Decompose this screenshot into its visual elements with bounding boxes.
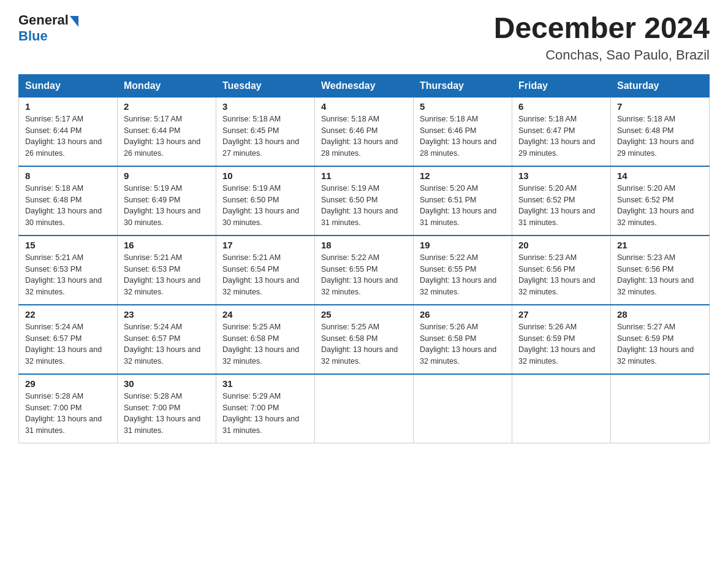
sunset-label: Sunset: 6:50 PM [222, 196, 279, 204]
calendar-cell: 11 Sunrise: 5:19 AM Sunset: 6:50 PM Dayl… [315, 166, 414, 236]
daylight-label: Daylight: 13 hours and 32 minutes. [518, 276, 595, 296]
sunset-label: Sunset: 6:47 PM [518, 126, 575, 135]
day-info: Sunrise: 5:23 AM Sunset: 6:56 PM Dayligh… [617, 252, 703, 298]
sunset-label: Sunset: 6:48 PM [25, 196, 82, 204]
daylight-label: Daylight: 13 hours and 32 minutes. [25, 345, 102, 366]
calendar-header-thursday: Thursday [414, 75, 512, 97]
sunset-label: Sunset: 6:44 PM [25, 126, 82, 135]
day-number: 8 [25, 170, 111, 181]
daylight-label: Daylight: 13 hours and 31 minutes. [222, 415, 299, 435]
calendar-cell: 23 Sunrise: 5:24 AM Sunset: 6:57 PM Dayl… [118, 305, 216, 374]
calendar-cell: 29 Sunrise: 5:28 AM Sunset: 7:00 PM Dayl… [19, 374, 118, 443]
logo-general-text: General [18, 12, 69, 28]
day-info: Sunrise: 5:22 AM Sunset: 6:55 PM Dayligh… [321, 252, 407, 298]
daylight-label: Daylight: 13 hours and 31 minutes. [124, 415, 200, 435]
calendar-cell: 15 Sunrise: 5:21 AM Sunset: 6:53 PM Dayl… [19, 236, 118, 305]
day-info: Sunrise: 5:26 AM Sunset: 6:59 PM Dayligh… [518, 321, 604, 367]
sunrise-label: Sunrise: 5:21 AM [25, 253, 83, 262]
calendar-table: SundayMondayTuesdayWednesdayThursdayFrid… [18, 74, 710, 443]
day-number: 13 [518, 170, 604, 181]
sunrise-label: Sunrise: 5:19 AM [222, 184, 281, 193]
sunset-label: Sunset: 6:50 PM [321, 196, 377, 204]
sunset-label: Sunset: 6:52 PM [617, 196, 673, 204]
sunset-label: Sunset: 6:48 PM [617, 126, 673, 135]
day-info: Sunrise: 5:20 AM Sunset: 6:52 PM Dayligh… [518, 183, 604, 229]
calendar-cell: 24 Sunrise: 5:25 AM Sunset: 6:58 PM Dayl… [216, 305, 315, 374]
sunrise-label: Sunrise: 5:28 AM [124, 392, 182, 400]
calendar-cell: 25 Sunrise: 5:25 AM Sunset: 6:58 PM Dayl… [315, 305, 414, 374]
logo-blue-text: Blue [18, 28, 48, 44]
sunset-label: Sunset: 6:52 PM [518, 196, 575, 204]
day-info: Sunrise: 5:24 AM Sunset: 6:57 PM Dayligh… [124, 321, 210, 367]
day-info: Sunrise: 5:18 AM Sunset: 6:48 PM Dayligh… [25, 183, 111, 229]
day-number: 5 [420, 101, 506, 112]
day-number: 21 [617, 240, 703, 250]
sunrise-label: Sunrise: 5:25 AM [321, 323, 379, 331]
daylight-label: Daylight: 13 hours and 32 minutes. [321, 276, 398, 296]
sunrise-label: Sunrise: 5:20 AM [617, 184, 675, 193]
day-info: Sunrise: 5:19 AM Sunset: 6:49 PM Dayligh… [124, 183, 210, 229]
calendar-cell: 6 Sunrise: 5:18 AM Sunset: 6:47 PM Dayli… [512, 97, 611, 166]
sunset-label: Sunset: 6:57 PM [25, 334, 82, 343]
daylight-label: Daylight: 13 hours and 32 minutes. [420, 345, 496, 366]
sunset-label: Sunset: 6:59 PM [617, 334, 673, 343]
calendar-cell: 21 Sunrise: 5:23 AM Sunset: 6:56 PM Dayl… [611, 236, 710, 305]
sunset-label: Sunset: 6:51 PM [420, 196, 476, 204]
sunset-label: Sunset: 6:53 PM [124, 265, 180, 274]
sunset-label: Sunset: 6:57 PM [124, 334, 180, 343]
calendar-header-saturday: Saturday [611, 75, 710, 97]
daylight-label: Daylight: 13 hours and 29 minutes. [617, 137, 694, 158]
sunset-label: Sunset: 6:46 PM [420, 126, 476, 135]
day-info: Sunrise: 5:21 AM Sunset: 6:53 PM Dayligh… [25, 252, 111, 298]
day-number: 11 [321, 170, 407, 181]
daylight-label: Daylight: 13 hours and 29 minutes. [518, 137, 595, 158]
day-info: Sunrise: 5:21 AM Sunset: 6:53 PM Dayligh… [124, 252, 210, 298]
sunrise-label: Sunrise: 5:18 AM [222, 115, 281, 123]
day-number: 15 [25, 240, 111, 250]
page-header: General Blue December 2024 Conchas, Sao … [18, 12, 710, 63]
calendar-cell: 8 Sunrise: 5:18 AM Sunset: 6:48 PM Dayli… [19, 166, 118, 236]
calendar-week-row: 15 Sunrise: 5:21 AM Sunset: 6:53 PM Dayl… [19, 236, 710, 305]
day-info: Sunrise: 5:29 AM Sunset: 7:00 PM Dayligh… [222, 391, 308, 437]
day-number: 16 [124, 240, 210, 250]
calendar-cell: 7 Sunrise: 5:18 AM Sunset: 6:48 PM Dayli… [611, 97, 710, 166]
daylight-label: Daylight: 13 hours and 31 minutes. [321, 207, 398, 227]
day-number: 22 [25, 309, 111, 320]
sunrise-label: Sunrise: 5:18 AM [420, 115, 478, 123]
calendar-cell: 22 Sunrise: 5:24 AM Sunset: 6:57 PM Dayl… [19, 305, 118, 374]
sunset-label: Sunset: 6:59 PM [518, 334, 575, 343]
day-info: Sunrise: 5:18 AM Sunset: 6:46 PM Dayligh… [321, 113, 407, 159]
day-number: 24 [222, 309, 308, 320]
calendar-cell: 4 Sunrise: 5:18 AM Sunset: 6:46 PM Dayli… [315, 97, 414, 166]
sunrise-label: Sunrise: 5:20 AM [420, 184, 478, 193]
day-info: Sunrise: 5:20 AM Sunset: 6:51 PM Dayligh… [420, 183, 506, 229]
sunrise-label: Sunrise: 5:23 AM [518, 253, 577, 262]
day-info: Sunrise: 5:18 AM Sunset: 6:46 PM Dayligh… [420, 113, 506, 159]
sunset-label: Sunset: 6:54 PM [222, 265, 279, 274]
title-block: December 2024 Conchas, Sao Paulo, Brazil [494, 12, 710, 63]
daylight-label: Daylight: 13 hours and 26 minutes. [25, 137, 102, 158]
day-number: 20 [518, 240, 604, 250]
calendar-cell: 20 Sunrise: 5:23 AM Sunset: 6:56 PM Dayl… [512, 236, 611, 305]
calendar-cell: 10 Sunrise: 5:19 AM Sunset: 6:50 PM Dayl… [216, 166, 315, 236]
day-info: Sunrise: 5:19 AM Sunset: 6:50 PM Dayligh… [222, 183, 308, 229]
day-info: Sunrise: 5:21 AM Sunset: 6:54 PM Dayligh… [222, 252, 308, 298]
calendar-cell: 16 Sunrise: 5:21 AM Sunset: 6:53 PM Dayl… [118, 236, 216, 305]
calendar-cell: 5 Sunrise: 5:18 AM Sunset: 6:46 PM Dayli… [414, 97, 512, 166]
daylight-label: Daylight: 13 hours and 27 minutes. [222, 137, 299, 158]
sunrise-label: Sunrise: 5:26 AM [518, 323, 577, 331]
day-info: Sunrise: 5:28 AM Sunset: 7:00 PM Dayligh… [124, 391, 210, 437]
sunset-label: Sunset: 6:49 PM [124, 196, 180, 204]
sunrise-label: Sunrise: 5:20 AM [518, 184, 577, 193]
calendar-cell: 26 Sunrise: 5:26 AM Sunset: 6:58 PM Dayl… [414, 305, 512, 374]
daylight-label: Daylight: 13 hours and 31 minutes. [420, 207, 496, 227]
sunrise-label: Sunrise: 5:18 AM [25, 184, 83, 193]
sunrise-label: Sunrise: 5:24 AM [124, 323, 182, 331]
day-number: 1 [25, 101, 111, 112]
sunrise-label: Sunrise: 5:18 AM [617, 115, 675, 123]
day-number: 4 [321, 101, 407, 112]
sunset-label: Sunset: 6:53 PM [25, 265, 82, 274]
sunset-label: Sunset: 6:44 PM [124, 126, 180, 135]
calendar-cell: 1 Sunrise: 5:17 AM Sunset: 6:44 PM Dayli… [19, 97, 118, 166]
sunrise-label: Sunrise: 5:26 AM [420, 323, 478, 331]
